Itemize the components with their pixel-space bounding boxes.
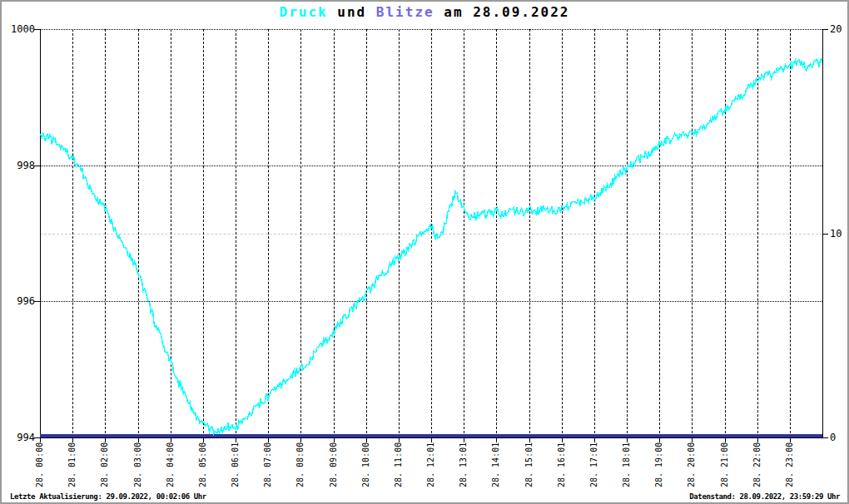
y-axis-left-label: 994 <box>2 432 35 442</box>
x-axis-label: 28. 18:01 <box>621 444 632 487</box>
x-axis-label: 28. 06:01 <box>230 444 241 487</box>
x-axis-label: 28. 14:01 <box>490 444 501 487</box>
y-axis-left-tick <box>34 437 40 438</box>
y-axis-right-label: 10 <box>830 229 849 239</box>
y-axis-right-tick <box>823 437 828 438</box>
y-axis-left-tick <box>34 301 40 302</box>
x-axis-label: 28. 09:00 <box>328 444 339 487</box>
x-axis-label: 28. 01:00 <box>67 444 77 487</box>
y-axis-left-tick <box>34 29 40 30</box>
chart-window: Druck und Blitze am 28.09.2022 28. 00:00… <box>0 0 849 504</box>
x-axis-label: 28. 11:00 <box>393 444 404 487</box>
x-axis-label: 28. 22:00 <box>752 444 762 487</box>
y-axis-left-label: 1000 <box>2 24 35 34</box>
y-axis-left-label: 998 <box>2 161 35 170</box>
x-axis-label: 28. 00:00 <box>34 444 45 487</box>
status-last-update: Letzte Aktualisierung: 29.09.2022, 00:02… <box>10 492 206 502</box>
x-axis-label: 28. 13:01 <box>458 444 469 487</box>
x-axis-label: 28. 21:00 <box>719 444 730 487</box>
y-axis-right-tick <box>823 29 828 30</box>
chart-canvas <box>40 29 822 437</box>
x-axis-label: 28. 07:00 <box>262 444 273 487</box>
x-axis-label: 28. 03:00 <box>132 444 143 487</box>
title-date-label: am 28.09.2022 <box>434 4 570 20</box>
x-axis-label: 28. 15:01 <box>524 444 534 487</box>
x-axis-label: 28. 04:00 <box>165 444 176 487</box>
y-axis-left-tick <box>34 166 40 166</box>
x-axis-label: 28. 02:00 <box>99 444 110 487</box>
title-und-label: und <box>328 4 376 20</box>
status-data-state: Datenstand: 28.09.2022, 23:59:29 Uhr <box>689 492 840 502</box>
x-axis-label: 28. 20:00 <box>686 444 697 487</box>
x-axis-label: 28. 08:00 <box>295 444 305 487</box>
x-axis-label: 28. 10:00 <box>360 444 371 487</box>
x-axis-label: 28. 17:01 <box>588 444 599 487</box>
x-axis-label: 28. 23:00 <box>784 444 795 487</box>
y-axis-left-label: 996 <box>2 296 35 306</box>
x-axis-label: 28. 19:00 <box>653 444 664 487</box>
y-axis-right-label: 0 <box>830 432 849 442</box>
y-axis-right-label: 20 <box>830 24 849 34</box>
title-druck-label: Druck <box>280 4 328 20</box>
druck-series-line <box>40 59 822 434</box>
chart-title: Druck und Blitze am 28.09.2022 <box>2 4 847 20</box>
x-axis-label: 28. 16:01 <box>556 444 567 487</box>
title-blitze-label: Blitze <box>376 4 434 20</box>
y-axis-right-tick <box>823 234 828 235</box>
x-axis-label: 28. 12:01 <box>425 444 436 487</box>
x-axis-label: 28. 05:00 <box>197 444 208 487</box>
